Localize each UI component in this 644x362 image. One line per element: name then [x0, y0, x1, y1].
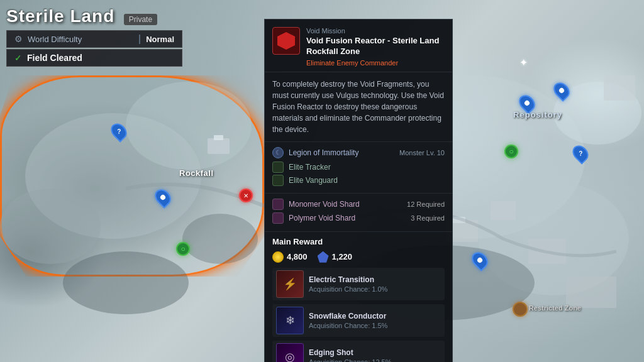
reward-icon-electric: ⚡ — [283, 277, 297, 291]
field-cleared-bar: ✓ Field Cleared — [6, 49, 182, 67]
enemy-name-1: Elite Tracker — [289, 163, 331, 172]
reward-name-2: Snowflake Conductor — [309, 312, 441, 321]
reward-info-1: Electric Transition Acquisition Chance: … — [309, 275, 441, 293]
star-icon: ✦ — [519, 57, 528, 68]
mission-icon-wrap — [272, 27, 300, 55]
reward-item-3: ◎ Edging Shot Acquisition Chance: 12.5% — [272, 341, 445, 362]
repository-label: Repository — [513, 110, 562, 119]
reward-name-3: Edging Shot — [309, 348, 441, 357]
top-left-ui: Sterile Land Private ⚙ World Difficulty … — [6, 6, 182, 67]
gold-item: 4,800 — [272, 251, 308, 263]
enemy-name-2: Elite Vanguard — [289, 176, 338, 185]
reward-chance-1: Acquisition Chance: 1.0% — [309, 285, 441, 293]
marker-blue-1[interactable] — [156, 189, 170, 206]
enemy-row-1: Elite Tracker — [272, 162, 445, 173]
marker-green-2[interactable] — [504, 145, 518, 158]
marker-brown-icon[interactable] — [513, 302, 528, 317]
reward-info-2: Snowflake Conductor Acquisition Chance: … — [309, 312, 441, 329]
world-difficulty-bar: ⚙ World Difficulty | Normal — [6, 30, 182, 48]
mission-subtitle: Eliminate Enemy Commander — [306, 59, 445, 67]
material-name-1: Monomer Void Shard — [289, 200, 402, 209]
currency-row: 4,800 1,220 — [272, 251, 445, 263]
monster-level: Monster Lv. 10 — [399, 149, 445, 156]
info-bar-separator: | — [138, 33, 141, 45]
marker-green-icon-2[interactable] — [504, 145, 518, 158]
star-marker: ✦ — [519, 57, 528, 69]
reward-image-3: ◎ — [276, 343, 304, 362]
marker-question-1[interactable] — [112, 123, 126, 140]
territory-border — [0, 75, 264, 277]
mission-type: Void Mission — [306, 27, 445, 35]
rockfall-label: Rockfall — [179, 168, 214, 178]
map-title: Sterile Land — [6, 6, 114, 26]
materials-section: Monomer Void Shard 12 Required Polymer V… — [265, 194, 452, 232]
world-difficulty-icon: ⚙ — [14, 34, 23, 44]
reward-item-1: ⚡ Electric Transition Acquisition Chance… — [272, 268, 445, 300]
rewards-title: Main Reward — [272, 237, 445, 246]
material-req-1: 12 Required — [407, 200, 445, 208]
material-icon-1 — [272, 199, 284, 210]
checkmark-icon: ✓ — [14, 53, 22, 63]
crystal-icon — [318, 251, 329, 263]
marker-blue-4[interactable] — [555, 82, 569, 99]
field-cleared-text: Field Cleared — [27, 53, 82, 63]
world-difficulty-value: Normal — [146, 35, 174, 44]
mission-title: Void Fusion Reactor - Sterile Land Rockf… — [306, 36, 445, 57]
mission-header-text: Void Mission Void Fusion Reactor - Steri… — [306, 27, 445, 67]
rewards-section: Main Reward 4,800 1,220 ⚡ Electric Trans… — [265, 232, 452, 362]
marker-green-1[interactable] — [176, 242, 190, 256]
material-req-2: 3 Required — [411, 214, 445, 222]
reward-image-2: ❄ — [276, 307, 304, 334]
reward-info-3: Edging Shot Acquisition Chance: 12.5% — [309, 348, 441, 362]
faction-name: Legion of Immortality — [289, 148, 394, 157]
reward-chance-2: Acquisition Chance: 1.5% — [309, 322, 441, 329]
faction-section: ☾ Legion of Immortality Monster Lv. 10 E… — [265, 142, 452, 194]
panel-header: Void Mission Void Fusion Reactor - Steri… — [265, 19, 452, 72]
faction-row: ☾ Legion of Immortality Monster Lv. 10 — [272, 147, 445, 158]
marker-red-icon[interactable] — [239, 189, 253, 202]
gold-icon — [272, 251, 284, 263]
privacy-badge: Private — [124, 14, 157, 25]
reward-icon-shot: ◎ — [285, 350, 295, 362]
enemy-icon-2 — [272, 175, 284, 186]
material-name-2: Polymer Void Shard — [289, 214, 406, 222]
world-difficulty-label: World Difficulty — [28, 35, 133, 44]
reward-image-1: ⚡ — [276, 270, 304, 298]
crystal-value: 1,220 — [332, 252, 353, 261]
marker-blue-2[interactable] — [520, 94, 534, 112]
reward-item-2: ❄ Snowflake Conductor Acquisition Chance… — [272, 304, 445, 337]
marker-blue-3[interactable] — [473, 251, 487, 269]
mission-panel: Void Mission Void Fusion Reactor - Steri… — [264, 19, 453, 362]
material-row-2: Polymer Void Shard 3 Required — [272, 212, 445, 224]
marker-green-icon-1[interactable] — [176, 242, 190, 256]
gold-value: 4,800 — [287, 252, 308, 261]
map-title-row: Sterile Land Private — [6, 6, 182, 26]
crystal-item: 1,220 — [318, 251, 353, 263]
enemy-row-2: Elite Vanguard — [272, 175, 445, 186]
mission-icon — [277, 32, 295, 50]
restricted-zone-label: Restricted Zone — [529, 304, 581, 312]
enemy-icon-1 — [272, 162, 284, 173]
marker-brown-1[interactable] — [513, 302, 528, 317]
marker-red-mission[interactable] — [239, 189, 253, 202]
mission-description: To completely destroy the Void Fragments… — [265, 72, 452, 142]
reward-chance-3: Acquisition Chance: 12.5% — [309, 358, 441, 362]
material-row-1: Monomer Void Shard 12 Required — [272, 199, 445, 210]
marker-question-2[interactable] — [574, 145, 587, 162]
reward-name-1: Electric Transition — [309, 275, 441, 284]
faction-icon: ☾ — [272, 147, 284, 158]
material-icon-2 — [272, 212, 284, 224]
reward-icon-snowflake: ❄ — [286, 314, 295, 327]
